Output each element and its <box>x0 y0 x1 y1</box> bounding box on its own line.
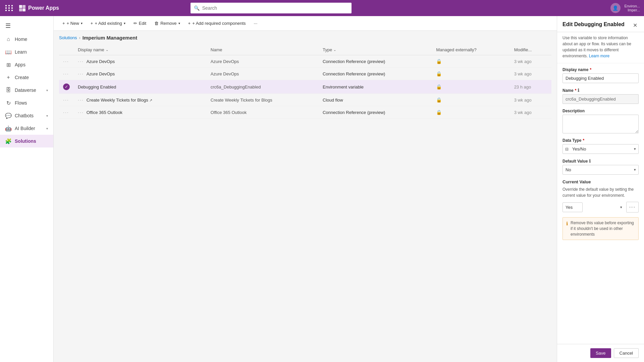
panel-close-button[interactable]: ✕ <box>632 21 639 29</box>
display-name-input[interactable] <box>562 73 639 83</box>
row-modified: 3 wk ago <box>510 68 551 80</box>
sidebar-toggle[interactable]: ☰ <box>0 19 53 33</box>
table-row[interactable]: ······Azure DevOpsAzure DevOpsConnection… <box>59 68 551 80</box>
add-existing-button[interactable]: + + Add existing ▾ <box>87 19 129 28</box>
col-type[interactable]: Type ⌄ <box>319 45 432 55</box>
description-textarea[interactable] <box>562 115 639 133</box>
learn-more-link[interactable]: Learn more <box>589 54 609 58</box>
current-value-select[interactable]: Yes No <box>562 202 583 212</box>
lock-icon: 🔒 <box>436 97 442 103</box>
more-button[interactable]: ··· <box>251 19 261 28</box>
cancel-button[interactable]: Cancel <box>614 348 639 358</box>
col-modified: Modifie... <box>510 45 551 55</box>
current-value-more-button[interactable]: ··· <box>626 202 639 213</box>
col-managed: Managed externally? <box>432 45 510 55</box>
default-value-select-wrapper: No Yes ▾ <box>562 165 639 175</box>
table-row[interactable]: ······Office 365 OutlookOffice 365 Outlo… <box>59 106 551 119</box>
row-more-icon[interactable]: ··· <box>63 59 69 64</box>
row-managed: 🔒 <box>432 68 510 80</box>
default-value-select[interactable]: No Yes <box>562 165 639 175</box>
row-actions[interactable]: ✓ <box>59 80 74 94</box>
col-name[interactable]: Name <box>207 45 319 55</box>
app-logo: Power Apps <box>19 5 59 11</box>
row-more-dots[interactable]: ··· <box>78 110 84 115</box>
panel-title: Edit Debugging Enabled <box>562 21 625 27</box>
add-required-button[interactable]: + + Add required components <box>185 19 249 28</box>
row-more-icon[interactable]: ··· <box>63 97 69 103</box>
info-icon[interactable]: ℹ <box>578 88 579 93</box>
row-more-icon[interactable]: ··· <box>63 110 69 115</box>
sort-icon: ⌄ <box>333 48 336 52</box>
warning-box: ℹ Remove this value before exporting if … <box>562 217 639 240</box>
data-type-select[interactable]: Yes/No Text Number Decimal Number <box>562 144 639 154</box>
sidebar-item-chatbots[interactable]: 💬 Chatbots ▾ <box>0 109 53 122</box>
ai-builder-icon: 🤖 <box>5 125 11 131</box>
data-type-field: Data Type * ⊟ Yes/No Text Number Decimal… <box>562 138 639 154</box>
edit-button[interactable]: ✏ Edit <box>130 19 150 28</box>
topbar-right: 👤 Environ... Imper... <box>610 3 640 13</box>
sidebar-item-apps[interactable]: ⊞ Apps <box>0 58 53 71</box>
sidebar-item-dataverse[interactable]: 🗄 Dataverse ▾ <box>0 84 53 97</box>
row-display-name: ···Azure DevOps <box>74 68 207 80</box>
lock-icon: 🔒 <box>436 59 442 64</box>
panel-description: Use this variable to store information a… <box>557 32 644 63</box>
new-button[interactable]: + + New ▾ <box>59 19 86 28</box>
col-display-name[interactable]: Display name ⌄ <box>74 45 207 55</box>
row-more-dots[interactable]: ··· <box>78 97 84 103</box>
sidebar-item-flows[interactable]: ↻ Flows <box>0 97 53 109</box>
row-actions[interactable]: ··· <box>59 106 74 119</box>
row-more-dots[interactable]: ··· <box>78 59 84 64</box>
svg-rect-1 <box>22 5 25 8</box>
table-row[interactable]: ✓Debugging Enabledcrc6a_DebuggingEnabled… <box>59 80 551 94</box>
lock-icon: 🔒 <box>436 71 442 76</box>
sidebar-item-learn[interactable]: 📖 Learn <box>0 46 53 58</box>
current-value-field: Current Value Override the default value… <box>562 179 639 213</box>
toolbar: + + New ▾ + + Add existing ▾ ✏ Edit 🗑 Re… <box>54 16 557 31</box>
warning-icon: ℹ <box>566 221 568 237</box>
row-actions[interactable]: ··· <box>59 68 74 80</box>
row-type: Cloud flow <box>319 94 432 106</box>
flows-icon: ↻ <box>5 100 11 106</box>
row-type: Connection Reference (preview) <box>319 68 432 80</box>
environment-badge[interactable]: Environ... Imper... <box>625 4 640 12</box>
search-bar[interactable]: 🔍 <box>191 3 352 13</box>
remove-button[interactable]: 🗑 Remove ▾ <box>151 19 183 28</box>
row-actions[interactable]: ··· <box>59 55 74 68</box>
sidebar-item-create[interactable]: + Create <box>0 71 53 84</box>
sidebar-item-ai-builder[interactable]: 🤖 AI Builder ▾ <box>0 122 53 135</box>
row-more-dots[interactable]: ··· <box>78 71 84 76</box>
default-value-label: Default Value ℹ <box>562 159 639 164</box>
name-input[interactable] <box>562 94 639 104</box>
user-avatar[interactable]: 👤 <box>610 3 621 13</box>
data-type-select-wrapper: ⊟ Yes/No Text Number Decimal Number ▾ <box>562 144 639 154</box>
sidebar-item-label: AI Builder <box>15 126 35 131</box>
svg-rect-2 <box>19 8 22 11</box>
sidebar-item-home[interactable]: ⌂ Home <box>0 33 53 46</box>
required-star: * <box>575 88 577 93</box>
breadcrumb: Solutions › Imperium Management <box>54 31 557 42</box>
row-more-icon[interactable]: ··· <box>63 71 69 76</box>
table-row[interactable]: ······Azure DevOpsAzure DevOpsConnection… <box>59 55 551 68</box>
sidebar-item-label: Learn <box>15 49 27 55</box>
search-icon: 🔍 <box>194 5 200 11</box>
sidebar-item-label: Solutions <box>15 138 36 144</box>
svg-rect-0 <box>19 5 22 8</box>
sidebar-item-label: Home <box>15 37 27 42</box>
learn-icon: 📖 <box>5 49 11 55</box>
breadcrumb-parent[interactable]: Solutions <box>59 35 77 40</box>
sidebar-item-solutions[interactable]: 🧩 Solutions <box>0 135 53 147</box>
waffle-menu[interactable] <box>4 4 15 12</box>
row-actions[interactable]: ··· <box>59 94 74 106</box>
new-dropdown-icon: ▾ <box>81 21 83 25</box>
search-input[interactable] <box>202 5 348 11</box>
save-button[interactable]: Save <box>590 348 611 358</box>
row-name: Azure DevOps <box>207 55 319 68</box>
sidebar: ☰ ⌂ Home 📖 Learn ⊞ Apps + Create 🗄 Datav… <box>0 16 54 362</box>
panel-footer: Save Cancel <box>557 344 644 362</box>
lock-icon: 🔒 <box>436 84 442 89</box>
sidebar-item-label: Apps <box>15 62 25 67</box>
info-icon[interactable]: ℹ <box>589 159 591 164</box>
lock-icon: 🔒 <box>436 110 442 115</box>
chevron-down-icon: ▾ <box>46 114 48 118</box>
table-row[interactable]: ······Create Weekly Tickets for Blogs ↗C… <box>59 94 551 106</box>
